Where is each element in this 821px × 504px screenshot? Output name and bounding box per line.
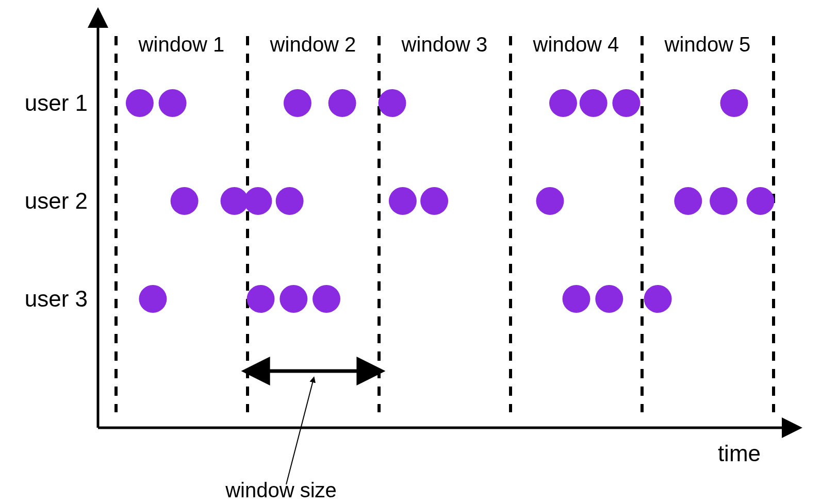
event-dot (389, 187, 417, 215)
window-5-label: window 5 (664, 33, 751, 56)
window-size-label: window size (225, 479, 337, 501)
window-3-label: window 3 (401, 33, 488, 56)
user-3-label: user 3 (25, 286, 88, 311)
event-dot (284, 89, 311, 117)
event-dot (126, 89, 154, 117)
event-dot (747, 187, 775, 215)
timeline-diagram: window 1 window 2 window 3 window 4 wind… (0, 0, 821, 504)
event-dot (379, 89, 406, 117)
event-dot (329, 89, 356, 117)
event-dot (563, 285, 590, 313)
window-size-pointer (286, 379, 314, 484)
window-2-label: window 2 (270, 33, 356, 56)
event-dot (280, 285, 307, 313)
user-1-label: user 1 (25, 90, 88, 115)
event-dot (710, 187, 737, 215)
event-dot (720, 89, 748, 117)
event-dot (244, 187, 272, 215)
x-axis-label: time (718, 441, 761, 466)
event-dot (536, 187, 564, 215)
event-dot (612, 89, 640, 117)
user-2-label: user 2 (25, 188, 88, 213)
event-dot (171, 187, 199, 215)
event-dot (674, 187, 702, 215)
event-dot (159, 89, 187, 117)
event-dot (420, 187, 448, 215)
event-dot (313, 285, 340, 313)
event-dot (549, 89, 577, 117)
window-4-label: window 4 (533, 33, 619, 56)
event-dots (126, 89, 775, 313)
event-dot (580, 89, 607, 117)
window-dividers (116, 36, 774, 412)
event-dot (276, 187, 304, 215)
event-dot (595, 285, 623, 313)
event-dot (644, 285, 672, 313)
user-labels: user 1 user 2 user 3 (25, 90, 88, 311)
window-labels: window 1 window 2 window 3 window 4 wind… (138, 33, 751, 56)
event-dot (247, 285, 275, 313)
event-dot (139, 285, 167, 313)
window-1-label: window 1 (138, 33, 225, 56)
axes (98, 15, 794, 428)
